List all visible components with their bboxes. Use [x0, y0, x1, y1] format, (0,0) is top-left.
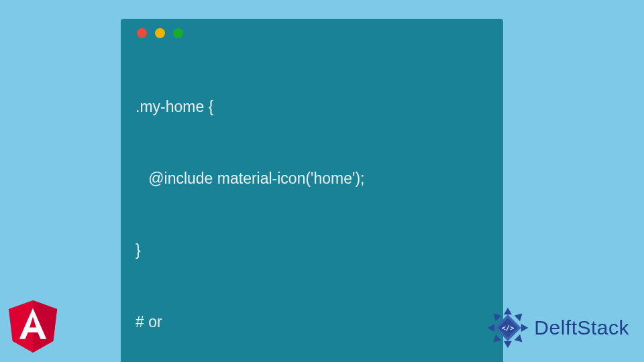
- delftstack-brand: </> DelftStack: [486, 306, 629, 350]
- svg-marker-9: [491, 310, 502, 321]
- code-line: }: [136, 239, 488, 263]
- close-dot-icon: [137, 28, 147, 38]
- code-block: .my-home { @include material-icon('home'…: [136, 48, 488, 362]
- delftstack-brand-text: DelftStack: [534, 316, 629, 339]
- svg-marker-2: [504, 308, 512, 315]
- code-snippet-card: .my-home { @include material-icon('home'…: [121, 19, 503, 362]
- delftstack-seal-icon: </>: [486, 306, 530, 350]
- maximize-dot-icon: [173, 28, 183, 38]
- minimize-dot-icon: [155, 28, 165, 38]
- svg-marker-5: [515, 335, 525, 345]
- code-line: @include material-icon('home');: [136, 167, 488, 191]
- svg-text:</>: </>: [502, 324, 515, 332]
- svg-marker-6: [504, 341, 512, 349]
- angular-logo-icon: [8, 300, 58, 353]
- window-traffic-lights: [137, 28, 488, 38]
- svg-marker-7: [491, 335, 502, 345]
- svg-marker-3: [515, 310, 525, 321]
- code-line: .my-home {: [136, 95, 488, 119]
- svg-marker-4: [521, 324, 529, 332]
- svg-marker-8: [488, 324, 495, 332]
- code-line: # or: [136, 310, 488, 335]
